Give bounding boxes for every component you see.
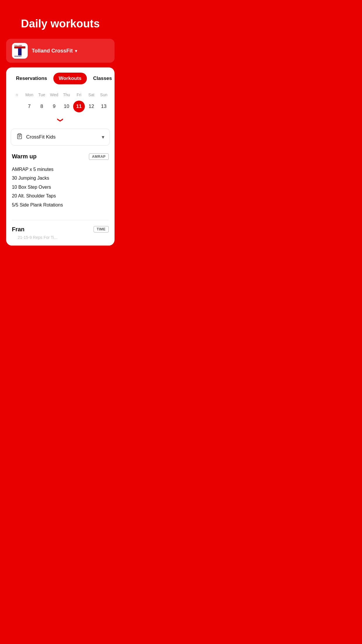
fran-header: Fran TIME xyxy=(12,226,109,233)
expand-chevron-icon: ❯ xyxy=(57,118,64,123)
svg-rect-1 xyxy=(14,46,25,48)
workout-selector-name: CrossFit Kids xyxy=(26,134,99,140)
date-cell-13[interactable]: 13 xyxy=(98,101,110,112)
svg-rect-2 xyxy=(18,48,22,55)
expand-calendar-button[interactable]: ❯ xyxy=(6,115,115,127)
fran-section: Fran TIME 21-15-9 Reps For Ti... xyxy=(6,223,115,240)
warmup-item-1: AMRAP x 5 minutes xyxy=(12,165,109,174)
warmup-item-5: 5/5 Side Plank Rotations xyxy=(12,201,109,209)
date-cell-7[interactable]: 7 xyxy=(23,101,36,112)
day-label-mon: Mon xyxy=(23,91,36,98)
svg-text:TOLLAND: TOLLAND xyxy=(14,45,22,46)
tab-workouts[interactable]: Workouts xyxy=(53,73,87,84)
gym-name: Tolland CrossFit xyxy=(32,48,73,54)
warmup-badge: AMRAP xyxy=(89,153,109,160)
fran-title: Fran xyxy=(12,226,24,233)
tabs-row: Reservations Workouts Classes Ap xyxy=(6,67,115,87)
date-cell-prev[interactable] xyxy=(11,101,23,112)
dates-row: 7 8 9 10 11 12 13 xyxy=(11,99,110,115)
date-cell-11-active[interactable]: 11 xyxy=(73,101,85,112)
svg-text:CROSSFIT: CROSSFIT xyxy=(14,55,22,57)
date-cell-9[interactable]: 9 xyxy=(48,101,60,112)
date-cell-8[interactable]: 8 xyxy=(36,101,48,112)
day-label-wed: Wed xyxy=(48,91,60,98)
day-label-tue: Tue xyxy=(36,91,48,98)
clipboard-icon xyxy=(16,133,23,141)
date-cell-10[interactable]: 10 xyxy=(60,101,73,112)
gym-logo: TOLLAND CROSSFIT xyxy=(12,43,28,59)
fran-badge: TIME xyxy=(94,226,109,232)
day-label-sun: Sun xyxy=(98,91,110,98)
selector-chevron-icon: ▾ xyxy=(102,134,104,140)
warmup-section: Warm up AMRAP AMRAP x 5 minutes 30 Jumpi… xyxy=(6,150,115,217)
gym-dropdown-icon: ▾ xyxy=(75,48,77,54)
day-label-thu: Thu xyxy=(60,91,73,98)
warmup-item-4: 20 Alt. Shoulder Taps xyxy=(12,192,109,200)
page-title: Daily workouts xyxy=(21,18,100,30)
day-label-prev: n xyxy=(11,91,23,98)
days-header: n Mon Tue Wed Thu Fri Sat Sun xyxy=(11,90,110,99)
workout-selector-dropdown[interactable]: CrossFit Kids ▾ xyxy=(11,129,110,146)
svg-rect-6 xyxy=(18,134,21,135)
day-label-sat: Sat xyxy=(85,91,98,98)
header-section: Daily workouts xyxy=(0,0,121,39)
warmup-header: Warm up AMRAP xyxy=(12,153,109,160)
warmup-item-3: 10 Box Step Overs xyxy=(12,183,109,192)
day-label-fri: Fri xyxy=(73,91,85,98)
main-card: Reservations Workouts Classes Ap n Mon T… xyxy=(6,67,115,246)
warmup-title: Warm up xyxy=(12,153,37,160)
fran-preview: 21-15-9 Reps For Ti... xyxy=(12,233,109,240)
warmup-items: AMRAP x 5 minutes 30 Jumping Jacks 10 Bo… xyxy=(12,164,109,214)
warmup-item-2: 30 Jumping Jacks xyxy=(12,174,109,183)
tab-reservations[interactable]: Reservations xyxy=(11,73,52,84)
date-cell-12[interactable]: 12 xyxy=(85,101,98,112)
tab-classes[interactable]: Classes xyxy=(88,73,115,84)
gym-name-row: Tolland CrossFit ▾ xyxy=(32,48,109,54)
gym-selector[interactable]: TOLLAND CROSSFIT Tolland CrossFit ▾ xyxy=(6,39,115,63)
section-divider xyxy=(12,220,109,220)
calendar-section: n Mon Tue Wed Thu Fri Sat Sun 7 8 9 10 1… xyxy=(6,87,115,115)
